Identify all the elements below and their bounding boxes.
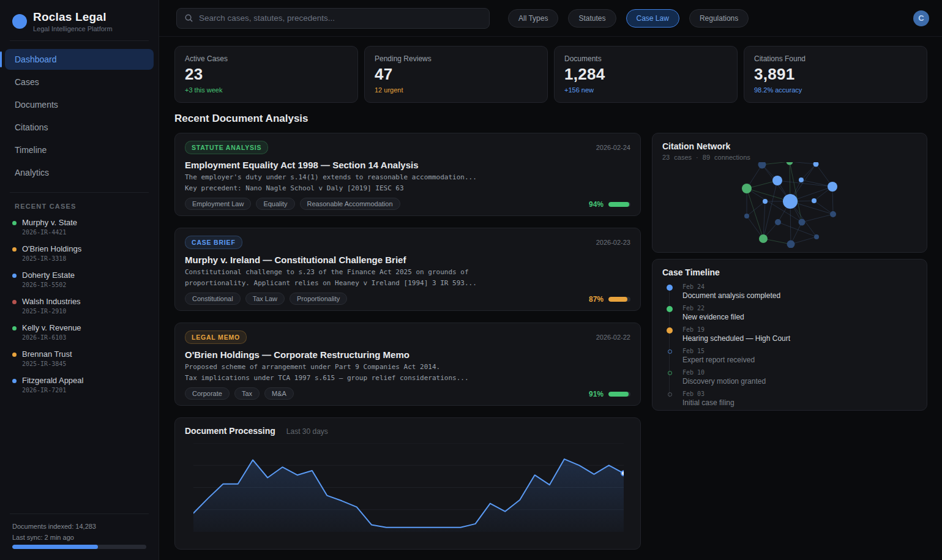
doc-excerpt-line: Tax implications under TCA 1997 s.615 — … bbox=[185, 374, 630, 382]
recent-case-walsh-industries[interactable]: Walsh Industries2025-IR-2910 bbox=[0, 293, 159, 319]
stat-card-documents: Documents1,284+156 new bbox=[554, 46, 738, 103]
recent-case-kelly-v-revenue[interactable]: Kelly v. Revenue2026-IR-6103 bbox=[0, 319, 159, 345]
timeline-dot-column bbox=[662, 283, 677, 300]
timeline-dot-column bbox=[662, 305, 677, 321]
doc-progress-percent: 94% bbox=[589, 200, 604, 209]
filter-chip-all-types[interactable]: All Types bbox=[508, 9, 558, 28]
tag-constitutional[interactable]: Constitutional bbox=[185, 293, 241, 305]
doc-excerpt-line: Key precedent: Nano Nagle School v Daly … bbox=[185, 184, 630, 192]
case-id: 2026-IR-6103 bbox=[22, 334, 81, 341]
chart-endpoint-marker bbox=[621, 471, 624, 476]
doc-title: Employment Equality Act 1998 — Section 1… bbox=[185, 160, 630, 170]
timeline-event: Feb 10Discovery motion granted bbox=[662, 369, 917, 386]
case-name: Murphy v. State bbox=[22, 218, 77, 227]
network-node bbox=[775, 219, 781, 225]
stat-value: 23 bbox=[185, 65, 348, 84]
case-text: Fitzgerald Appeal2026-IR-7201 bbox=[22, 376, 83, 394]
doc-title: O'Brien Holdings — Corporate Restructuri… bbox=[185, 349, 630, 360]
sidebar-item-timeline[interactable]: Timeline bbox=[5, 140, 154, 160]
tag-employment-law[interactable]: Employment Law bbox=[185, 198, 251, 210]
last-sync-text: Last sync: 2 min ago bbox=[12, 534, 146, 541]
filter-chip-regulations[interactable]: Regulations bbox=[689, 9, 749, 28]
timeline-text: Feb 24Document analysis completed bbox=[682, 283, 780, 300]
sync-progress-fill bbox=[12, 545, 98, 549]
app-logo-icon bbox=[12, 14, 27, 29]
sidebar-nav: DashboardCasesDocumentsCitationsTimeline… bbox=[0, 41, 159, 192]
doc-date: 2026-02-23 bbox=[596, 239, 630, 246]
document-card-o-brien-holdings-c[interactable]: LEGAL MEMO2026-02-22O'Brien Holdings — C… bbox=[174, 323, 641, 406]
doc-progress-bar bbox=[608, 202, 630, 207]
doc-excerpt-line: proportionality. Applicant relies on Hea… bbox=[185, 279, 630, 287]
document-card-employment-equality[interactable]: STATUTE ANALYSIS2026-02-24Employment Equ… bbox=[174, 133, 641, 216]
timeline-dot-column bbox=[662, 390, 677, 407]
tag-m-a[interactable]: M&A bbox=[264, 387, 294, 400]
doc-excerpt-line: The employer's duty under s.14(1) extend… bbox=[185, 173, 630, 181]
timeline-dot-column bbox=[662, 369, 677, 386]
tag-tax-law[interactable]: Tax Law bbox=[245, 293, 285, 305]
doc-tag-list: Employment LawEqualityReasonable Accommo… bbox=[185, 198, 630, 210]
case-timeline-title: Case Timeline bbox=[662, 267, 917, 277]
doc-tag-list: ConstitutionalTax LawProportionality bbox=[185, 293, 630, 305]
case-status-dot bbox=[12, 247, 17, 252]
document-card-murphy-v-ireland[interactable]: CASE BRIEF2026-02-23Murphy v. Ireland — … bbox=[174, 228, 641, 311]
tag-equality[interactable]: Equality bbox=[256, 198, 294, 210]
stat-card-pending-reviews: Pending Reviews4712 urgent bbox=[364, 46, 548, 103]
timeline-text: Feb 19Hearing scheduled — High Court bbox=[682, 326, 790, 343]
recent-case-brennan-trust[interactable]: Brennan Trust2025-IR-3845 bbox=[0, 345, 159, 371]
recent-case-fitzgerald-appeal[interactable]: Fitzgerald Appeal2026-IR-7201 bbox=[0, 371, 159, 398]
doc-progress-bar bbox=[608, 297, 630, 302]
case-text: Doherty Estate2026-IR-5502 bbox=[22, 271, 75, 288]
user-avatar[interactable]: C bbox=[913, 10, 929, 26]
recent-case-murphy-v-state[interactable]: Murphy v. State2026-IR-4421 bbox=[0, 214, 159, 240]
case-text: Murphy v. State2026-IR-4421 bbox=[22, 218, 77, 236]
network-edge bbox=[747, 201, 765, 216]
doc-card-header: LEGAL MEMO2026-02-22 bbox=[185, 330, 630, 344]
case-timeline-card: Case Timeline Feb 24Document analysis co… bbox=[652, 259, 927, 411]
timeline-text: Feb 03Initial case filing bbox=[682, 390, 735, 407]
topbar: All TypesStatutesCase LawRegulations C bbox=[159, 0, 942, 37]
sidebar-item-citations[interactable]: Citations bbox=[5, 117, 154, 138]
tag-corporate[interactable]: Corporate bbox=[185, 387, 230, 400]
filter-chip-statutes[interactable]: Statutes bbox=[568, 9, 616, 28]
case-name: Walsh Industries bbox=[22, 297, 81, 306]
search-box[interactable] bbox=[176, 8, 490, 29]
filter-chip-case-law[interactable]: Case Law bbox=[626, 9, 679, 28]
stat-value: 1,284 bbox=[564, 65, 727, 84]
tag-tax[interactable]: Tax bbox=[234, 387, 260, 400]
recent-case-o-brien-holdings[interactable]: O'Brien Holdings2025-IR-3318 bbox=[0, 240, 159, 266]
chart-area bbox=[193, 459, 624, 532]
network-node bbox=[759, 234, 768, 243]
timeline-dot bbox=[667, 327, 673, 334]
search-input[interactable] bbox=[199, 13, 482, 23]
case-status-dot bbox=[12, 379, 17, 383]
timeline-label: Hearing scheduled — High Court bbox=[682, 334, 790, 343]
doc-progress: 94% bbox=[589, 200, 630, 209]
timeline-dot bbox=[668, 371, 672, 375]
sidebar-item-cases[interactable]: Cases bbox=[5, 72, 154, 92]
network-node bbox=[742, 184, 752, 193]
recent-case-doherty-estate[interactable]: Doherty Estate2026-IR-5502 bbox=[0, 266, 159, 293]
tag-proportionality[interactable]: Proportionality bbox=[290, 293, 347, 305]
doc-progress-percent: 87% bbox=[589, 295, 604, 304]
stats-row: Active Cases23+3 this weekPending Review… bbox=[174, 46, 927, 103]
sidebar-item-analytics[interactable]: Analytics bbox=[5, 162, 154, 183]
doc-progress-bar bbox=[608, 392, 630, 397]
chart-title: Document Processing bbox=[185, 426, 275, 436]
timeline-dot bbox=[668, 392, 672, 397]
stat-label: Documents bbox=[564, 54, 727, 63]
document-processing-card: Document Processing Last 30 days bbox=[174, 417, 641, 550]
tag-reasonable-accommodation[interactable]: Reasonable Accommodation bbox=[300, 198, 400, 210]
timeline-list: Feb 24Document analysis completedFeb 22N… bbox=[662, 283, 917, 407]
case-name: Brennan Trust bbox=[22, 349, 72, 359]
documents-column: STATUTE ANALYSIS2026-02-24Employment Equ… bbox=[174, 133, 641, 550]
chart-subtitle: Last 30 days bbox=[286, 427, 328, 436]
sidebar-item-documents[interactable]: Documents bbox=[5, 94, 154, 115]
timeline-event: Feb 15Expert report received bbox=[662, 348, 917, 364]
network-node bbox=[830, 211, 836, 217]
timeline-dot-column bbox=[662, 348, 677, 364]
section-title: Recent Document Analysis bbox=[174, 113, 927, 125]
documents-indexed-text: Documents indexed: 14,283 bbox=[12, 523, 146, 530]
sidebar-footer: Documents indexed: 14,283 Last sync: 2 m… bbox=[0, 513, 159, 560]
sidebar-item-dashboard[interactable]: Dashboard bbox=[5, 49, 154, 70]
citation-network-graph[interactable] bbox=[662, 162, 918, 248]
